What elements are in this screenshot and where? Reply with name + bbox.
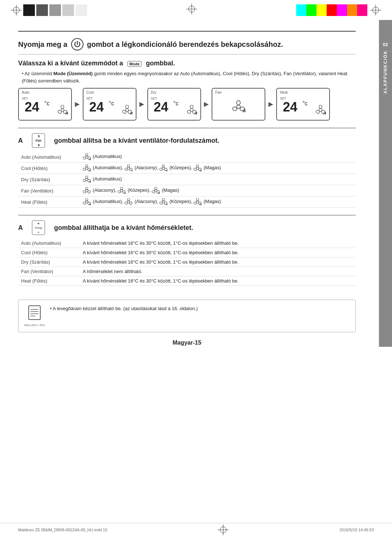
fan-heading: A ∧ Fan ∨ gombbal állítsa be a kívánt ve… [18, 133, 356, 148]
table-row: Cool (Hűtés) A kívánt hőmérséklet 16°C é… [18, 248, 356, 257]
temp-value-dry: A kívánt hőmérséklet 18°C és 30°C között… [80, 257, 356, 267]
color-pink [357, 4, 367, 16]
color-green [306, 4, 317, 16]
panel-fan-icon-only [231, 100, 246, 114]
svg-rect-65 [89, 182, 90, 183]
temp-button-box[interactable]: + Temp − [32, 220, 45, 235]
fan-mode-auto: Auto (Automatikus) [18, 151, 80, 163]
svg-rect-29 [323, 113, 324, 114]
svg-rect-5 [65, 113, 66, 114]
panel-cool-tempc: °c [109, 100, 114, 107]
arrow-2: ► [138, 100, 146, 109]
power-text-before: Nyomja meg a [18, 40, 68, 49]
temp-value-fan: A hőmérséklet nem állítható. [80, 267, 356, 276]
panel-auto-wrap: Auto SET 24 °c [18, 88, 83, 121]
panel-dry-tempc: °c [173, 100, 179, 107]
temp-heading-a: A [18, 224, 23, 232]
section-fan: A ∧ Fan ∨ gombbal állítsa be a kívánt ve… [18, 128, 356, 215]
temp-plus-icon: + [37, 222, 40, 226]
table-row: Cool (Hűtés) (Automatikus), (Alacsony), … [18, 163, 356, 174]
note-box: MEGJEGY ZÉS • A levegőáram kézzel állíth… [18, 300, 356, 332]
fan-button-top-arrow: ∧ [37, 134, 40, 138]
fan-button-box[interactable]: ∧ Fan ∨ [32, 133, 45, 148]
panel-cool-temp: 24 [89, 100, 104, 115]
note-document-icon [24, 305, 45, 323]
panel-fan: Fan [212, 88, 265, 121]
footer: Maldives ZE IB&IM_DB68-06224A-00_HU.indd… [0, 523, 392, 536]
color-block-black [23, 4, 35, 16]
panel-dry: Dry SET 24 °c [147, 88, 201, 121]
temp-mode-auto: Auto (Automatikus) [18, 239, 80, 248]
svg-point-15 [187, 110, 191, 114]
mode-bullet-text: Az üzemmód Mode (Üzemmód) gomb minden eg… [22, 71, 347, 84]
left-print-marks [11, 4, 87, 16]
main-content: Nyomja meg a gombot a légkondicionáló be… [18, 20, 374, 346]
footer-left: Maldives ZE IB&IM_DB68-06224A-00_HU.indd… [18, 528, 107, 532]
table-row: Fan (Ventilátor) (Alacsony), (Közepes), … [18, 185, 356, 196]
temp-value-cool: A kívánt hőmérséklet 16°C és 30°C között… [80, 248, 356, 257]
svg-point-3 [57, 110, 62, 114]
color-red [327, 4, 337, 16]
table-row: Fan (Ventilátor) A hőmérséklet nem állít… [18, 267, 356, 276]
table-row: Dry (Szárítás) (Automatikus) [18, 174, 356, 185]
print-marks-top [0, 0, 392, 20]
svg-point-7 [126, 109, 128, 111]
color-block-mid [49, 4, 61, 16]
svg-point-20 [237, 101, 240, 105]
fan-mode-cool: Cool (Hűtés) [18, 163, 80, 174]
fan-value-auto: (Automatikus) [80, 151, 356, 163]
panel-heat-wrap: Heat SET 24 °c [276, 88, 330, 121]
svg-point-10 [127, 110, 132, 114]
svg-rect-23 [243, 110, 244, 112]
note-text: • A levegőáram kézzel állítható be. (az … [50, 305, 198, 313]
svg-point-27 [315, 110, 320, 114]
fan-value-dry: (Automatikus) [80, 174, 356, 185]
mode-heading: Válassza ki a kívánt üzemmódot a Mode go… [18, 60, 356, 67]
arrow-3: ► [203, 100, 211, 109]
svg-rect-17 [195, 113, 196, 114]
svg-rect-82 [158, 193, 159, 194]
svg-point-1 [61, 109, 64, 111]
mode-bullet: • Az üzemmód Mode (Üzemmód) gomb minden … [22, 70, 356, 84]
svg-rect-107 [29, 306, 40, 320]
section-temp: A + Temp − gombbal állíthatja be a kíván… [18, 215, 356, 293]
panel-auto-temp: 24 [25, 100, 39, 115]
panel-heat-temp: 24 [283, 100, 297, 115]
sidebar-number: 02 [383, 42, 388, 47]
mode-button-label: Mode [127, 61, 142, 67]
temp-heading-text: gombbal állíthatja be a kívánt hőmérsékl… [54, 224, 193, 232]
svg-rect-36 [90, 158, 91, 160]
svg-rect-48 [132, 170, 132, 171]
panel-heat: Heat SET 24 °c [276, 88, 330, 121]
temp-value-heat: A kívánt hőmérséklet 16°C és 30°C között… [80, 276, 356, 286]
panel-fan-wrap: Fan ► [212, 88, 276, 121]
panel-heat-fan-icon [315, 105, 326, 117]
center-reg-mark [186, 4, 197, 16]
svg-point-14 [190, 105, 193, 109]
fan-button-bottom-arrow: ∨ [37, 143, 40, 147]
table-row: Heat (Fűtés) (Automatikus), (Alacsony), … [18, 196, 356, 208]
sidebar: 02 ALAPFUNKCIÓK [379, 20, 392, 347]
reg-mark-right [370, 5, 381, 16]
panel-cool-fan-icon [121, 105, 133, 117]
table-row: Auto (Automatikus) (Automatikus) [18, 151, 356, 163]
fan-mode-dry: Dry (Szárítás) [18, 174, 80, 185]
svg-rect-42 [90, 170, 91, 171]
svg-rect-59 [200, 170, 200, 171]
panel-auto-tempc: °c [44, 100, 49, 107]
note-icon-area: MEGJEGY ZÉS [24, 305, 45, 327]
fan-heading-a: A [18, 137, 23, 145]
svg-point-8 [126, 105, 128, 109]
svg-rect-41 [89, 170, 90, 171]
temp-table: Auto (Automatikus) A kívánt hőmérséklet … [18, 239, 356, 286]
arrow-4: ► [267, 100, 275, 109]
panel-cool-wrap: Cool SET 24 °c [83, 88, 147, 121]
temp-value-auto: A kívánt hőmérséklet 16°C és 30°C között… [80, 239, 356, 248]
color-magenta [337, 4, 347, 16]
svg-rect-71 [89, 193, 90, 194]
svg-rect-76 [124, 193, 124, 194]
svg-rect-54 [167, 170, 167, 171]
svg-point-13 [190, 109, 193, 111]
color-yellow [317, 4, 327, 16]
svg-rect-83 [159, 192, 160, 194]
